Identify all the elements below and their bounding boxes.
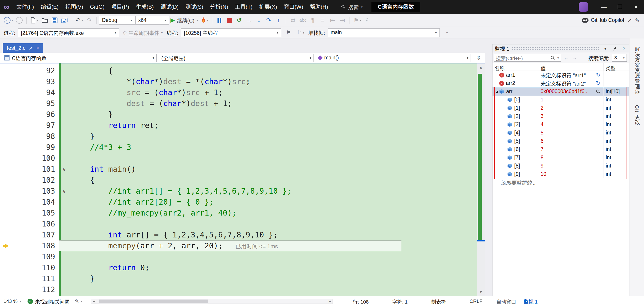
menu-测试(S)[interactable]: 测试(S): [182, 0, 206, 14]
search-next-icon[interactable]: →: [572, 55, 577, 61]
continue-button[interactable]: ▶继续(C)▾: [170, 15, 199, 25]
maximize-button[interactable]: [612, 0, 628, 14]
toolbar-options-button[interactable]: ▾: [442, 27, 452, 38]
fold-marker-icon[interactable]: ∨: [62, 186, 66, 197]
code-line-110[interactable]: return 0;: [59, 262, 476, 273]
vertical-scrollbar[interactable]: ▲ ▼: [476, 63, 485, 296]
menu-窗口(W)[interactable]: 窗口(W): [280, 0, 306, 14]
code-line-96[interactable]: }: [59, 109, 476, 120]
undo-button[interactable]: ↶▾: [74, 15, 84, 25]
step-into-button[interactable]: ↓: [254, 15, 264, 25]
column-name[interactable]: 名称: [492, 63, 538, 71]
feedback-pen-icon[interactable]: ✎: [635, 17, 640, 23]
menu-生成(B)[interactable]: 生成(B): [132, 0, 157, 14]
code-line-95[interactable]: dest = (char*)dest + 1;: [59, 98, 476, 109]
code-line-93[interactable]: *(char*)dest = *(char*)src;: [59, 76, 476, 87]
code-line-101[interactable]: ∨ int main(): [59, 164, 476, 175]
spell-check-button[interactable]: abc: [298, 15, 308, 25]
external-link-icon[interactable]: ↗: [628, 17, 632, 23]
close-tab-icon[interactable]: ×: [36, 45, 39, 51]
watch-row-arr[interactable]: ◢arr0x0000003c6bd1f6...int[10]: [492, 87, 629, 96]
tab-test_2.c[interactable]: test_2.c ×: [3, 43, 43, 53]
tabs-indicator[interactable]: 制表符: [431, 298, 446, 305]
menu-编辑(E)[interactable]: 编辑(E): [37, 0, 62, 14]
watch-row-[9][interactable]: [9]10int: [492, 170, 629, 178]
watch-row-[4][interactable]: [4]5int: [492, 129, 629, 137]
step-over-button[interactable]: ↷: [264, 15, 274, 25]
code-line-99[interactable]: //4*3 + 3: [59, 142, 476, 153]
document-health-indicator[interactable]: ✓ 未找到相关问题: [25, 298, 72, 305]
tool-tab-自动窗口[interactable]: 自动窗口: [496, 298, 516, 305]
solution-name-pill[interactable]: C语言内存函数: [372, 2, 420, 12]
menu-帮助(H)[interactable]: 帮助(H): [306, 0, 332, 14]
code-line-108[interactable]: memcpy(arr + 2, arr, 20);已用时间 <= 1ms: [59, 240, 402, 251]
side-tab-Git 更改[interactable]: Git 更改: [633, 105, 640, 125]
hot-reload-button[interactable]: ▾: [200, 15, 210, 25]
code-line-92[interactable]: {: [59, 65, 476, 76]
flag-filter-button[interactable]: ⚐▾: [296, 27, 306, 38]
menu-文件(F)[interactable]: 文件(F): [13, 0, 37, 14]
code-line-105[interactable]: //my_memcpy(arr2, arr1, 40);: [59, 207, 476, 218]
column-value[interactable]: 值: [538, 63, 604, 71]
outdent-button[interactable]: ⇤: [328, 15, 337, 25]
lifecycle-events-button[interactable]: ◇生命周期事件▾: [122, 27, 164, 38]
scroll-down-icon[interactable]: ▼: [479, 290, 483, 294]
code-line-103[interactable]: ∨ //int arr1[] = { 1,2,3,4,5,6,7,8,9,10 …: [59, 186, 476, 197]
scrollbar-thumb[interactable]: [99, 300, 208, 303]
step-out-button[interactable]: ↑: [274, 15, 283, 25]
solution-config-select[interactable]: Debug▾: [99, 16, 135, 24]
watch-row-[5][interactable]: [5]6int: [492, 137, 629, 145]
watch-row-[7][interactable]: [7]8int: [492, 153, 629, 162]
bookmark-button[interactable]: ⚑▾: [352, 15, 362, 25]
scroll-right-icon[interactable]: ▶: [329, 300, 331, 303]
eol-indicator[interactable]: CRLF: [470, 299, 482, 304]
member-dropdown[interactable]: main()▾: [316, 54, 471, 62]
search-depth-select[interactable]: 3▾: [612, 54, 627, 62]
code-line-107[interactable]: int arr[] = { 1,2,3,4,5,6,7,8,9,10 };: [59, 229, 476, 240]
watch-add-row[interactable]: 添加要监视的...: [492, 178, 629, 186]
scroll-up-icon[interactable]: ▲: [479, 65, 483, 70]
line-list-button[interactable]: ≡: [318, 15, 327, 25]
project-dropdown[interactable]: C语言内存函数▾: [2, 54, 157, 62]
menu-视图(V)[interactable]: 视图(V): [62, 0, 86, 14]
whitespace-button[interactable]: ¶: [308, 15, 318, 25]
code-line-104[interactable]: //int arr2[20] = { 0 };: [59, 197, 476, 207]
stop-button[interactable]: [225, 15, 234, 25]
watch-row-[8][interactable]: [8]9int: [492, 162, 629, 170]
new-file-button[interactable]: ▾: [29, 15, 40, 25]
break-all-button[interactable]: [215, 15, 224, 25]
fold-marker-icon[interactable]: ∨: [62, 164, 66, 175]
restart-button[interactable]: ↺: [234, 15, 244, 25]
column-type[interactable]: 类型: [604, 63, 629, 71]
tool-tab-监视 1[interactable]: 监视 1: [524, 298, 538, 305]
zoom-select[interactable]: 143 %▾: [0, 299, 25, 304]
code-line-102[interactable]: {: [59, 175, 476, 186]
code-area[interactable]: { *(char*)dest = *(char*)src; src = (cha…: [59, 63, 476, 296]
menu-Git(G)[interactable]: Git(G): [86, 0, 108, 14]
titlebar-search[interactable]: 搜索 ▾: [338, 3, 365, 11]
code-line-98[interactable]: }: [59, 131, 476, 142]
code-line-106[interactable]: [59, 218, 476, 229]
scope-dropdown[interactable]: (全局范围)▾: [159, 54, 314, 62]
refresh-icon[interactable]: ↻: [596, 80, 600, 86]
bookmark-clear-button[interactable]: ⚐: [363, 15, 372, 25]
menu-调试(D)[interactable]: 调试(D): [157, 0, 182, 14]
expander-icon[interactable]: ◢: [494, 90, 499, 93]
compare-files-button[interactable]: ⇄: [288, 15, 298, 25]
menu-扩展(X)[interactable]: 扩展(X): [256, 0, 280, 14]
close-icon[interactable]: ×: [620, 46, 628, 52]
char-indicator[interactable]: 字符: 1: [392, 298, 408, 305]
watch-row-[6][interactable]: [6]7int: [492, 145, 629, 153]
window-position-icon[interactable]: ▾: [602, 46, 609, 51]
menu-分析(N)[interactable]: 分析(N): [206, 0, 231, 14]
side-tab-解决方案资源管理器[interactable]: 解决方案资源管理器: [633, 46, 640, 95]
pin-icon[interactable]: [611, 46, 618, 51]
save-button[interactable]: [50, 15, 59, 25]
breakpoint-gutter[interactable]: [0, 63, 11, 296]
watch-row-[3][interactable]: [3]4int: [492, 120, 629, 129]
code-line-97[interactable]: return ret;: [59, 120, 476, 131]
pin-icon[interactable]: [29, 46, 33, 50]
platform-select[interactable]: x64▾: [136, 16, 169, 24]
horizontal-scrollbar[interactable]: ◀ ▶: [91, 299, 333, 304]
watch-search-input[interactable]: 搜索(Ctrl+E) ▾: [494, 54, 561, 62]
